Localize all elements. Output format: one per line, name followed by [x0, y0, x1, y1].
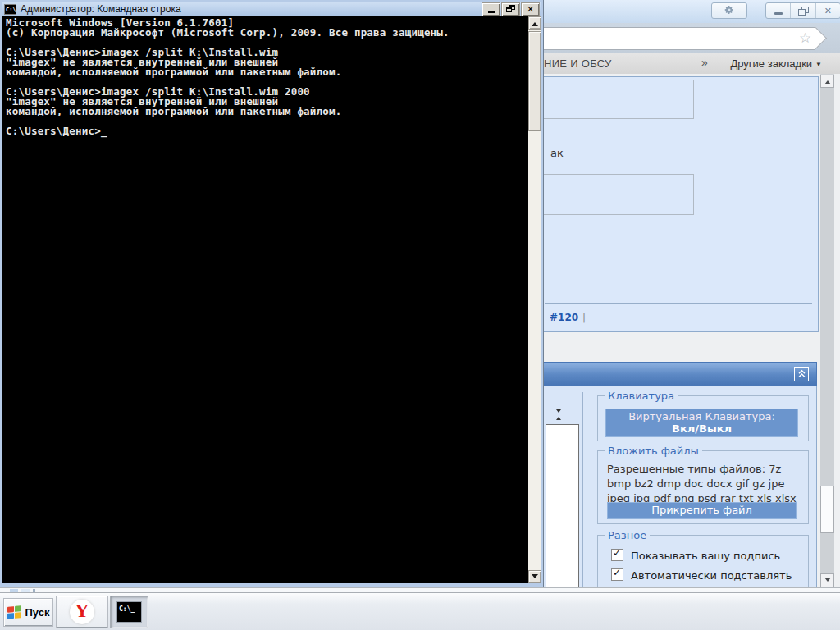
cmd-titlebar[interactable]: C:\ Администратор: Командная строка ✕ — [2, 2, 541, 16]
cmd-window-title: Администратор: Командная строка — [21, 3, 181, 15]
scroll-down-button[interactable] — [820, 573, 834, 587]
virtual-keyboard-state: Вкл/Выкл — [606, 422, 797, 435]
virtual-keyboard-label: Виртуальная Клавиатура: — [606, 410, 797, 422]
console-prompt-line: C:\Users\Денис>_ — [6, 126, 528, 136]
post-footer: #120| — [550, 312, 586, 323]
attach-files-fieldset: Вложить файлы Разрешенные типы файлов: 7… — [597, 450, 809, 524]
gear-icon — [724, 3, 734, 18]
attach-files-legend: Вложить файлы — [605, 445, 702, 457]
restore-icon — [506, 5, 516, 13]
post-partial-text: ак — [550, 147, 564, 159]
restore-icon — [798, 7, 808, 15]
other-bookmarks-button[interactable]: Другие закладки▼ — [730, 57, 822, 70]
arrow-up-icon — [532, 19, 538, 26]
bookmarks-bar: НИЕ И ОБСУ » Другие закладки▼ — [536, 53, 840, 75]
minimize-button[interactable] — [482, 3, 500, 16]
address-bar[interactable] — [536, 27, 815, 50]
keyboard-fieldset: Клавиатура Виртуальная Клавиатура: Вкл/В… — [597, 395, 809, 441]
taskbar: Пуск Y C:\_ EN 2:06 19.02.2014 — [0, 592, 840, 630]
editor-font-size-controls — [555, 403, 564, 422]
browser-window: ✕ ☆ НИЕ И ОБСУ » Другие закладки▼ ак #12… — [536, 0, 840, 592]
console-line: командой, исполняемой программой или пак… — [6, 107, 528, 116]
misc-options: Показывать вашу подпись Автоматически по… — [598, 536, 808, 592]
browser-menu-button[interactable] — [711, 2, 747, 19]
cmd-icon: C:\ — [4, 4, 16, 15]
page-scrollbar[interactable] — [820, 74, 834, 592]
minimize-icon — [488, 11, 495, 13]
reply-form-header — [540, 362, 817, 386]
scroll-up-button[interactable] — [528, 16, 541, 30]
pipe-separator: | — [582, 312, 586, 323]
virtual-keyboard-toggle-button[interactable]: Виртуальная Клавиатура: Вкл/Выкл — [605, 409, 798, 437]
auto-links-checkbox[interactable] — [611, 568, 623, 581]
attach-file-button[interactable]: Прикрепить файл — [607, 502, 797, 519]
bookmarks-overflow-chevron[interactable]: » — [701, 56, 708, 69]
show-signature-option: Показывать вашу подпись — [600, 549, 801, 563]
taskbar-yandex-browser-button[interactable]: Y — [57, 596, 107, 628]
cmd-window: C:\ Администратор: Командная строка ✕ Mi… — [0, 0, 543, 587]
reply-form-panel: Клавиатура Виртуальная Клавиатура: Вкл/В… — [540, 386, 817, 592]
close-icon: ✕ — [824, 6, 832, 16]
font-size-down-button[interactable] — [556, 413, 564, 420]
cmd-window-controls: ✕ — [482, 3, 541, 16]
browser-window-controls: ✕ — [765, 2, 840, 19]
other-bookmarks-label: Другие закладки — [730, 57, 812, 70]
browser-titlebar: ✕ — [536, 0, 840, 23]
bookmark-star-icon[interactable]: ☆ — [799, 30, 811, 46]
minimize-icon — [774, 12, 783, 15]
arrow-down-icon — [824, 578, 831, 585]
restore-button[interactable] — [790, 3, 815, 18]
close-icon: ✕ — [527, 3, 534, 16]
browser-toolbar: ☆ — [536, 23, 840, 53]
quote-box — [536, 80, 694, 119]
cmd-taskbar-icon: C:\_ — [116, 601, 142, 623]
misc-legend: Разное — [605, 529, 650, 541]
arrow-up-icon — [824, 77, 831, 84]
taskbar-cmd-button[interactable]: C:\_ — [111, 596, 148, 628]
bookmark-item[interactable]: НИЕ И ОБСУ — [544, 57, 612, 70]
show-signature-label: Показывать вашу подпись — [631, 550, 780, 562]
start-label: Пуск — [25, 606, 50, 619]
message-editor-area[interactable] — [546, 424, 579, 592]
console-output[interactable]: Microsoft Windows [Version 6.1.7601] (c)… — [2, 16, 528, 583]
collapse-button[interactable] — [794, 367, 809, 381]
yandex-letter: Y — [75, 600, 89, 622]
browser-page: ак #120| — [536, 74, 840, 592]
desktop: ✕ ☆ НИЕ И ОБСУ » Другие закладки▼ ак #12… — [0, 0, 840, 630]
scroll-up-button[interactable] — [820, 75, 834, 88]
start-button[interactable]: Пуск — [4, 599, 52, 626]
close-button[interactable]: ✕ — [522, 3, 539, 16]
windows-logo-icon — [7, 605, 21, 619]
forum-post-panel: ак #120| — [540, 76, 819, 332]
quote-box — [536, 174, 694, 215]
double-chevron-up-icon — [797, 367, 806, 381]
scroll-down-button[interactable] — [528, 570, 541, 583]
restore-button[interactable] — [502, 3, 519, 16]
yandex-browser-icon: Y — [70, 600, 94, 624]
post-number-link[interactable]: #120 — [550, 312, 578, 323]
chevron-down-icon: ▼ — [815, 61, 822, 68]
scrollbar-thumb[interactable] — [528, 31, 541, 131]
scrollbar-thumb[interactable] — [820, 486, 834, 533]
keyboard-legend: Клавиатура — [605, 390, 678, 402]
show-signature-checkbox[interactable] — [611, 549, 623, 561]
form-divider — [582, 392, 583, 592]
console-scrollbar[interactable] — [528, 16, 541, 583]
console-line: (c) Корпорация Майкрософт (Microsoft Cor… — [6, 28, 528, 38]
close-button[interactable]: ✕ — [815, 3, 840, 18]
minimize-button[interactable] — [766, 3, 790, 18]
post-separator — [545, 303, 812, 304]
console-line: командой, исполняемой программой или пак… — [6, 67, 528, 77]
arrow-down-icon — [532, 574, 538, 582]
misc-fieldset: Разное Показывать вашу подпись Автоматич… — [597, 535, 809, 592]
